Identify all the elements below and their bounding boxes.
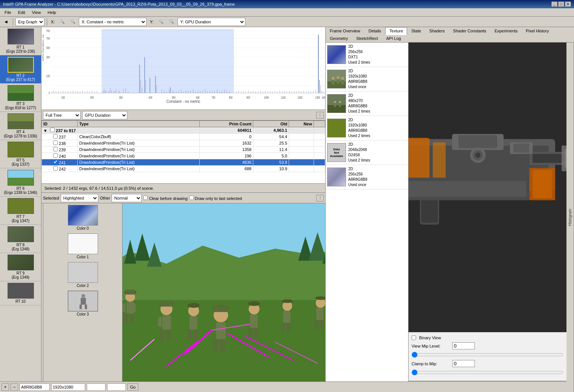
row-checkbox[interactable] [53, 140, 58, 145]
table-row[interactable]: 242 DrawIndexedPrimitive(Tri List) 688 1… [42, 166, 325, 172]
texture-item-3[interactable]: 2D 480x270 A8R8G8B8 Used 2 times [326, 92, 408, 116]
rt-item-10[interactable]: RT 10 [0, 281, 41, 305]
table-row[interactable]: 240 DrawIndexedPrimitive(Tri List) 196 5… [42, 153, 325, 159]
tab-shader-constants[interactable]: Shader Constants [449, 27, 490, 35]
mip-level-slider[interactable] [412, 352, 563, 358]
svg-rect-126 [323, 91, 323, 93]
tab-frame-overview[interactable]: Frame Overview [326, 27, 364, 35]
rt-item-2[interactable]: RT 2(Ergs 237 to 817) [0, 55, 41, 84]
tree-filter-select[interactable]: Full Tree [43, 111, 81, 119]
row-old: 4,963.1 [253, 127, 289, 134]
color-buffer-3[interactable]: Color 3 [43, 289, 122, 318]
graph-svg[interactable]: 750 700 500 300 100 0 GPU Duration, us [41, 27, 325, 101]
texture-preview[interactable] [409, 43, 566, 332]
coord2-input[interactable] [107, 383, 126, 391]
row-checkbox[interactable] [53, 134, 58, 139]
svg-rect-37 [105, 90, 106, 93]
toolbar-back-btn[interactable]: ◀ [2, 18, 11, 26]
row-checkbox[interactable] [53, 153, 58, 158]
preview-checkboxes: Clear before drawing Draw only to last s… [143, 195, 242, 201]
svg-point-206 [332, 77, 335, 80]
row-id: 242 [42, 166, 78, 172]
preview-options-btn[interactable]: ⋮ [316, 195, 324, 201]
svg-rect-61 [169, 89, 169, 93]
texture-item-5[interactable]: DataNotAvailable 2D 2048x2048 D24S8 Used… [326, 140, 408, 165]
color-buffer-0[interactable]: Color 0 [43, 203, 122, 232]
x-zoom-in-btn[interactable]: 🔍 [68, 18, 77, 26]
color-buffer-1[interactable]: Color 1 [43, 232, 122, 261]
row-checkbox[interactable] [53, 160, 58, 164]
menu-file[interactable]: File [2, 9, 14, 15]
x-metric-select[interactable]: X: Constant - no metric [79, 18, 147, 26]
table-row-selected[interactable]: 241 DrawIndexedPrimitive(Tri List) 4836 … [42, 159, 325, 166]
rt-item-9[interactable]: RT 9(Erg 1349) [0, 253, 41, 281]
texture-item-1[interactable]: 2D 256x256 DXT1 Used 2 times [326, 43, 408, 67]
rt-item-7[interactable]: RT 7(Erg 1347) [0, 197, 41, 225]
close-button[interactable]: ✕ [565, 2, 571, 7]
y-zoom-out-btn[interactable]: 🔍 [156, 18, 165, 26]
rt-item-1[interactable]: RT 1(Ergs 229 to 236) [0, 27, 41, 55]
menu-help[interactable]: Help [44, 9, 59, 15]
rt-item-5[interactable]: RT 5(Erg 1337) [0, 140, 41, 168]
scene-view[interactable] [122, 203, 325, 392]
clamp-input[interactable]: 0 [452, 360, 475, 367]
svg-rect-191 [248, 328, 252, 338]
tree-table-container[interactable]: ID Type Prim Count Old New [41, 120, 325, 183]
svg-rect-32 [92, 90, 92, 93]
other-mode-select[interactable]: Normal [112, 194, 142, 202]
row-color-swatch [314, 134, 325, 140]
svg-rect-183 [214, 306, 228, 312]
table-row[interactable]: 239 DrawIndexedPrimitive(Tri List) 1358 … [42, 146, 325, 153]
tree-toolbar: Full Tree GPU Duration ⋮ [41, 110, 325, 120]
tab-api-log[interactable]: API Log [382, 35, 405, 42]
draw-only-checkbox[interactable] [189, 195, 194, 200]
texture-item-6[interactable]: 2D 256x256 A8R8G8B8 Used once [326, 165, 408, 189]
svg-rect-57 [156, 85, 157, 93]
menu-view[interactable]: View [29, 9, 44, 15]
rt-item-3[interactable]: RT 3(Ergs 818 to 1277) [0, 84, 41, 112]
tab-geometry[interactable]: Geometry [326, 35, 352, 42]
x-zoom-out-btn[interactable]: 🔍 [58, 18, 67, 26]
selected-mode-select[interactable]: Highlighted [61, 194, 98, 202]
tab-details[interactable]: Details [364, 27, 386, 35]
y-metric-select[interactable]: Y: GPU Duration [178, 18, 245, 26]
tree-duration-select[interactable]: GPU Duration [82, 111, 127, 119]
tab-state[interactable]: State [407, 27, 425, 35]
clear-before-checkbox[interactable] [143, 195, 148, 200]
svg-rect-48 [126, 88, 126, 93]
go-button[interactable]: Go [127, 383, 138, 391]
color-buffer-2[interactable]: Color 2 [43, 261, 122, 289]
table-row[interactable]: ▼ 237 to 817 604911 4,963.1 [42, 127, 325, 134]
table-row[interactable]: 238 DrawIndexedPrimitive(Tri List) 1632 … [42, 140, 325, 146]
table-row[interactable]: 237 Clear(ColorZbuff) 0 54.4 [42, 134, 325, 140]
graph-selection[interactable] [102, 29, 234, 93]
row-checkbox[interactable] [53, 166, 58, 171]
tab-stretch-rect[interactable]: StretchRect [352, 35, 382, 42]
format-input[interactable]: A8R8G8B8 [41, 383, 50, 391]
row-checkbox[interactable] [50, 128, 55, 132]
texture-item-4[interactable]: 2D 1920x1080 A8R8G8B8 Used 2 times [326, 116, 408, 140]
texture-item-2[interactable]: 2D 1920x1080 A8R8G8B8 Used once [326, 67, 408, 92]
graph-type-select[interactable]: Erg Graph [15, 18, 44, 26]
tab-pixel-history[interactable]: Pixel History [522, 27, 553, 35]
menu-edit[interactable]: Edit [15, 9, 28, 15]
rt-item-8[interactable]: RT 8(Erg 1348) [0, 225, 41, 253]
rt-item-6[interactable]: RT 6(Ergs 1338 to 1346) [0, 168, 41, 197]
rt-thumb-8 [8, 226, 34, 242]
mip-level-input[interactable]: 0 [452, 342, 475, 349]
svg-rect-38 [106, 91, 107, 93]
tab-shaders[interactable]: Shaders [425, 27, 449, 35]
clamp-slider[interactable] [412, 369, 563, 375]
y-zoom-in-btn[interactable]: 🔍 [167, 18, 176, 26]
tree-options-btn[interactable]: ⋮ [316, 112, 324, 119]
maximize-button[interactable]: □ [558, 2, 564, 7]
tab-texture[interactable]: Texture [385, 27, 407, 35]
size-input[interactable]: 1920x1080 [51, 383, 85, 391]
binary-view-checkbox[interactable] [412, 336, 416, 340]
coord-input[interactable] [87, 383, 106, 391]
svg-text:600: 600 [196, 96, 200, 100]
tab-experiments[interactable]: Experiments [490, 27, 522, 35]
row-checkbox[interactable] [53, 147, 58, 151]
minimize-button[interactable]: _ [551, 2, 557, 7]
rt-item-4[interactable]: RT 4(Ergs 1278 to 1336) [0, 112, 41, 140]
